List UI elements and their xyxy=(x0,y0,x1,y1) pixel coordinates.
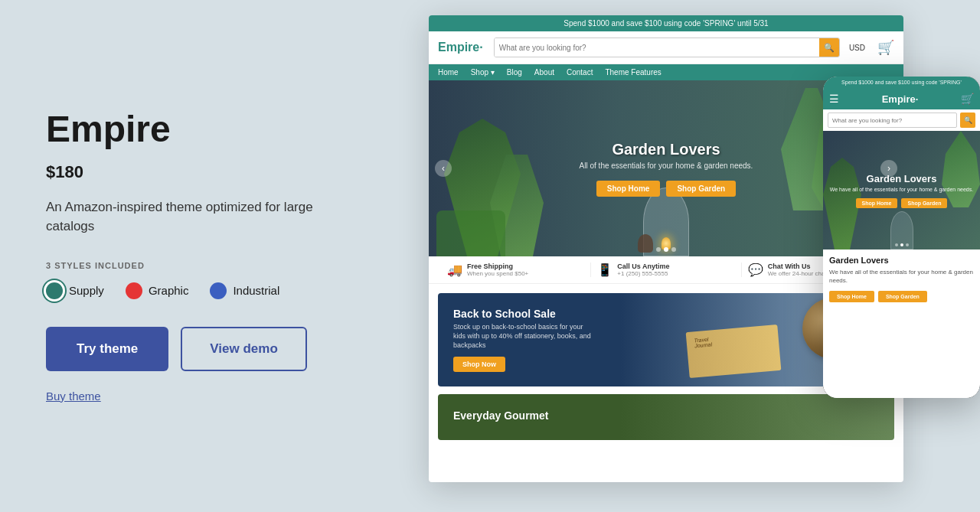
theme-description: An Amazon-inspired theme optimized for l… xyxy=(46,197,337,236)
mob-hero-center: Garden Lovers We have all of the essenti… xyxy=(830,173,973,208)
store-search-bar[interactable]: 🔍 xyxy=(494,38,840,57)
card-gourmet-text: Everyday Gourmet xyxy=(453,409,549,425)
mobile-screen: Spend $1000 and save $100 using code 'SP… xyxy=(823,77,980,398)
hero-center-content: Garden Lovers All of the essentials for … xyxy=(580,141,753,197)
right-panel: Spend $1000 and save $100 using code 'SP… xyxy=(429,0,980,512)
chat-icon: 💬 xyxy=(748,263,763,277)
mob-content-title: Garden Lovers xyxy=(829,256,974,265)
store-currency: USD xyxy=(849,44,865,52)
mob-dot-2[interactable] xyxy=(900,243,903,246)
mob-hero: Garden Lovers We have all of the essenti… xyxy=(823,131,980,249)
card-bts-btn[interactable]: Shop Now xyxy=(453,357,505,372)
store-cart-icon[interactable]: 🛒 xyxy=(877,39,894,56)
left-panel: Empire $180 An Amazon-inspired theme opt… xyxy=(0,0,429,512)
mob-content-btn-garden[interactable]: Shop Garden xyxy=(878,291,927,302)
hero-btn-home[interactable]: Shop Home xyxy=(596,181,661,197)
style-option-supply[interactable]: Supply xyxy=(46,282,104,299)
mob-content-buttons: Shop Home Shop Garden xyxy=(829,291,974,302)
nav-item-about[interactable]: About xyxy=(534,68,554,77)
store-search-button[interactable]: 🔍 xyxy=(819,38,839,57)
card-gourmet-title: Everyday Gourmet xyxy=(453,409,549,422)
try-theme-button[interactable]: Try theme xyxy=(46,327,168,371)
supply-dot xyxy=(46,282,63,299)
mob-hero-title: Garden Lovers xyxy=(830,173,973,184)
mob-dot-3 xyxy=(906,243,909,246)
mob-cart-icon[interactable]: 🛒 xyxy=(961,93,974,105)
hero-dots xyxy=(656,247,676,252)
styles-row: Supply Graphic Industrial xyxy=(46,282,383,299)
style-option-graphic[interactable]: Graphic xyxy=(126,282,189,299)
graphic-dot xyxy=(126,282,142,299)
hero-nav-right[interactable]: › xyxy=(880,160,897,177)
store-announcement-bar: Spend $1000 and save $100 using code 'SP… xyxy=(429,15,903,31)
hero-title: Garden Lovers xyxy=(580,141,753,158)
mobile-preview: Spend $1000 and save $100 using code 'SP… xyxy=(823,77,980,398)
feature-shipping-sub: When you spend $50+ xyxy=(467,270,528,277)
hero-dot-2[interactable] xyxy=(664,247,668,252)
store-search-input[interactable] xyxy=(495,38,819,57)
mob-content-btn-home[interactable]: Shop Home xyxy=(829,291,874,302)
hero-btn-garden[interactable]: Shop Garden xyxy=(666,181,736,197)
card-gourmet-inner: Everyday Gourmet xyxy=(438,394,894,440)
industrial-dot xyxy=(210,282,227,299)
feature-phone-sub: +1 (250) 555-5555 xyxy=(617,270,669,277)
shipping-icon: 🚚 xyxy=(447,263,462,277)
hero-buttons: Shop Home Shop Garden xyxy=(580,181,753,197)
hero-nav-left[interactable]: ‹ xyxy=(435,160,452,177)
nav-item-theme-features[interactable]: Theme Features xyxy=(605,68,661,77)
book-visual: TravelJournal xyxy=(686,324,782,378)
mob-hero-sub: We have all of the essentials for your h… xyxy=(830,187,973,192)
theme-price: $180 xyxy=(46,162,383,182)
mob-hero-btn-home[interactable]: Shop Home xyxy=(856,198,898,208)
phone-icon: 📱 xyxy=(597,263,612,277)
view-demo-button[interactable]: View demo xyxy=(181,327,307,371)
feature-phone-title: Call Us Anytime xyxy=(617,263,669,270)
card-everyday-gourmet: Everyday Gourmet xyxy=(438,394,894,440)
mob-dots xyxy=(895,243,909,246)
buy-theme-link[interactable]: Buy theme xyxy=(46,390,383,403)
mob-hero-buttons: Shop Home Shop Garden xyxy=(830,198,973,208)
mob-menu-icon[interactable]: ☰ xyxy=(829,93,839,105)
styles-label: 3 STYLES INCLUDED xyxy=(46,261,383,270)
card-bts-sub: Stock up on back-to-school basics for yo… xyxy=(453,323,591,350)
feature-phone-text: Call Us Anytime +1 (250) 555-5555 xyxy=(617,263,669,277)
store-logo: Empire· xyxy=(438,41,483,54)
mob-announcement-bar: Spend $1000 and save $100 using code 'SP… xyxy=(823,77,980,88)
feature-shipping-text: Free Shipping When you spend $50+ xyxy=(467,263,528,277)
nav-item-blog[interactable]: Blog xyxy=(507,68,522,77)
mob-content: Garden Lovers We have all of the essenti… xyxy=(823,249,980,398)
mob-dot-1 xyxy=(895,243,898,246)
mob-search-input[interactable] xyxy=(828,113,957,128)
card-bts-title: Back to School Sale xyxy=(453,308,591,320)
style-option-industrial[interactable]: Industrial xyxy=(210,282,279,299)
mob-content-text: We have all of the essentials for your h… xyxy=(829,268,974,285)
succulent-left xyxy=(436,210,505,256)
mob-search-button[interactable]: 🔍 xyxy=(960,113,975,128)
supply-label: Supply xyxy=(69,284,104,297)
industrial-label: Industrial xyxy=(233,284,279,297)
buttons-row: Try theme View demo xyxy=(46,327,383,371)
hero-subtitle: All of the essentials for your home & ga… xyxy=(580,161,753,170)
hero-dot-1 xyxy=(656,247,661,252)
feature-phone: 📱 Call Us Anytime +1 (250) 555-5555 xyxy=(591,263,741,277)
feature-shipping-title: Free Shipping xyxy=(467,263,528,270)
theme-title: Empire xyxy=(46,109,383,150)
hero-dot-3 xyxy=(671,247,676,252)
card-bts-text: Back to School Sale Stock up on back-to-… xyxy=(453,308,591,371)
nav-item-shop[interactable]: Shop ▾ xyxy=(471,68,495,77)
mob-search: 🔍 xyxy=(823,109,980,131)
nav-item-contact[interactable]: Contact xyxy=(567,68,593,77)
store-header: Empire· 🔍 USD 🛒 xyxy=(429,31,903,64)
owl-decoration xyxy=(638,234,653,253)
graphic-label: Graphic xyxy=(149,284,189,297)
mob-header: ☰ Empire· 🛒 xyxy=(823,88,980,109)
mob-logo: Empire· xyxy=(882,93,919,105)
nav-item-home[interactable]: Home xyxy=(438,68,459,77)
mob-hero-btn-garden[interactable]: Shop Garden xyxy=(901,198,947,208)
feature-shipping: 🚚 Free Shipping When you spend $50+ xyxy=(441,263,591,277)
